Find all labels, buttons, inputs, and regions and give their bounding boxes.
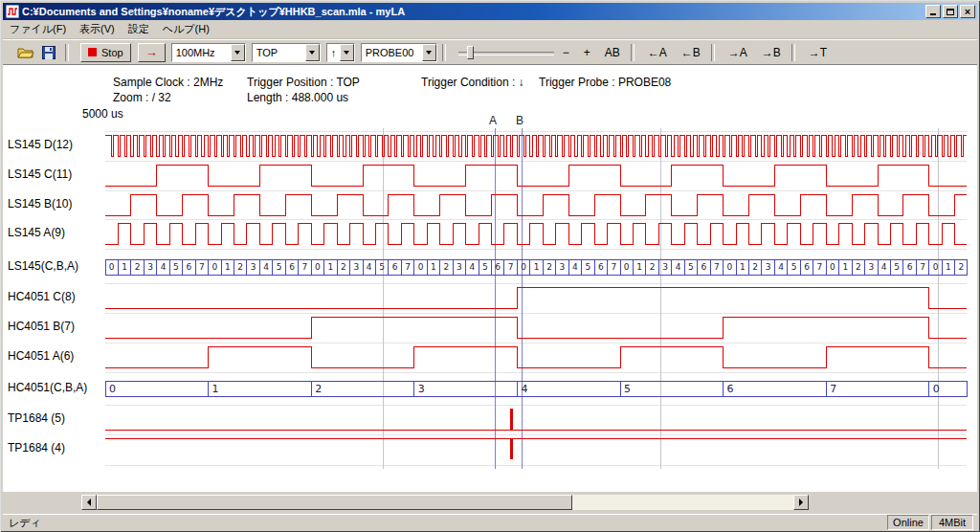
chevron-down-icon[interactable] bbox=[231, 44, 245, 61]
channel-label: LS145(C,B,A) bbox=[8, 259, 78, 273]
scrollbar-track[interactable] bbox=[97, 495, 793, 510]
toolbar-separator bbox=[711, 44, 715, 61]
chevron-down-icon[interactable] bbox=[305, 44, 320, 61]
trigger-condition-label: Trigger Condition : ↓ bbox=[421, 76, 524, 89]
run-button[interactable]: → bbox=[138, 43, 166, 62]
trigger-probe-value: PROBE00 bbox=[362, 44, 422, 61]
menu-settings[interactable]: 設定 bbox=[122, 20, 156, 38]
toolbar-separator bbox=[791, 44, 795, 61]
chevron-down-icon[interactable] bbox=[340, 44, 354, 61]
channel-label: HC4051 B(7) bbox=[8, 320, 75, 333]
marker-b-label[interactable]: B bbox=[516, 114, 523, 127]
menu-bar: ファイル(F) 表示(V) 設定 ヘルプ(H) bbox=[3, 20, 977, 39]
channel-label: HC4051 C(8) bbox=[8, 290, 76, 303]
menu-view[interactable]: 表示(V) bbox=[73, 20, 122, 38]
channel-label: TP1684 (5) bbox=[8, 411, 65, 425]
status-panels: Online 4MBit bbox=[887, 515, 973, 530]
scroll-right-button[interactable] bbox=[793, 495, 809, 510]
horizontal-scrollbar[interactable] bbox=[81, 495, 809, 510]
zoom-slider[interactable] bbox=[458, 43, 554, 62]
open-button[interactable] bbox=[14, 42, 37, 63]
minimize-button[interactable] bbox=[925, 5, 941, 18]
chevron-down-icon[interactable] bbox=[422, 44, 436, 61]
arrow-right-icon bbox=[799, 499, 803, 506]
stop-label: Stop bbox=[101, 47, 123, 58]
zoom-label: Zoom : / 32 bbox=[113, 91, 171, 104]
status-memory: 4MBit bbox=[931, 515, 973, 530]
toolbar: Stop → 100MHz TOP ↑ PROBE00 − + AB ←A ←B bbox=[3, 39, 977, 64]
window-title: C:¥Documents and Settings¥noname¥デスクトップ¥… bbox=[22, 5, 922, 19]
channel-label: HC4051 A(6) bbox=[8, 349, 74, 363]
channel-label: HC4051(C,B,A) bbox=[8, 381, 87, 394]
close-button[interactable]: × bbox=[960, 5, 975, 18]
arrow-left-icon bbox=[87, 499, 91, 506]
slider-thumb[interactable] bbox=[467, 46, 474, 59]
close-icon: × bbox=[965, 7, 970, 16]
toolbar-separator bbox=[442, 44, 446, 61]
toolbar-separator bbox=[65, 44, 69, 61]
sample-clock-label: Sample Clock : 2MHz bbox=[113, 76, 223, 89]
channel-label: LS145 A(9) bbox=[8, 226, 65, 239]
time-scale-label: 5000 us bbox=[82, 107, 123, 121]
sample-clock-select[interactable]: 100MHz bbox=[171, 43, 246, 62]
channel-label: LS145 B(10) bbox=[8, 197, 72, 211]
stop-icon bbox=[88, 48, 97, 56]
open-folder-icon bbox=[17, 46, 34, 59]
trigger-position-value: TOP bbox=[253, 44, 305, 61]
save-button[interactable] bbox=[37, 42, 60, 63]
minimize-icon bbox=[930, 13, 936, 15]
move-a-right-button[interactable]: →A bbox=[723, 43, 753, 62]
marker-a-label[interactable]: A bbox=[489, 114, 497, 127]
trigger-position-select[interactable]: TOP bbox=[252, 43, 321, 62]
zoom-in-button[interactable]: + bbox=[578, 43, 596, 62]
maximize-icon bbox=[947, 9, 954, 15]
menu-help[interactable]: ヘルプ(H) bbox=[156, 20, 216, 38]
move-b-right-button[interactable]: →B bbox=[756, 43, 787, 62]
scroll-left-button[interactable] bbox=[81, 495, 97, 510]
scrollbar-thumb[interactable] bbox=[97, 495, 572, 510]
move-a-left-button[interactable]: ←A bbox=[642, 43, 673, 62]
toolbar-separator bbox=[631, 44, 635, 61]
ab-markers-button[interactable]: AB bbox=[599, 43, 626, 62]
move-b-left-button[interactable]: ←B bbox=[676, 43, 706, 62]
goto-trigger-button[interactable]: →T bbox=[803, 43, 833, 62]
trigger-edge-value: ↑ bbox=[327, 44, 340, 61]
title-bar[interactable]: C:¥Documents and Settings¥noname¥デスクトップ¥… bbox=[3, 3, 977, 20]
app-window: C:¥Documents and Settings¥noname¥デスクトップ¥… bbox=[0, 0, 980, 532]
trigger-probe-label: Trigger Probe : PROBE08 bbox=[539, 76, 671, 89]
length-label: Length : 488.000 us bbox=[247, 91, 348, 104]
stop-button[interactable]: Stop bbox=[80, 43, 131, 62]
channel-label: LS145 D(12) bbox=[8, 138, 73, 151]
zoom-out-button[interactable]: − bbox=[557, 43, 575, 62]
trigger-probe-select[interactable]: PROBE00 bbox=[361, 43, 437, 62]
trigger-position-label: Trigger Position : TOP bbox=[247, 76, 360, 89]
maximize-button[interactable] bbox=[943, 5, 958, 18]
app-icon bbox=[6, 5, 19, 18]
window-controls: × bbox=[925, 5, 975, 18]
floppy-disk-icon bbox=[42, 46, 56, 59]
sample-clock-value: 100MHz bbox=[172, 44, 231, 61]
channel-label: LS145 C(11) bbox=[8, 167, 72, 181]
waveform-area[interactable] bbox=[3, 64, 977, 492]
trigger-edge-select[interactable]: ↑ bbox=[326, 43, 355, 62]
status-ready: レディ bbox=[9, 516, 887, 530]
status-online: Online bbox=[887, 515, 929, 530]
menu-file[interactable]: ファイル(F) bbox=[3, 20, 73, 38]
status-bar: レディ Online 4MBit bbox=[3, 514, 977, 530]
channel-label: TP1684 (4) bbox=[8, 441, 65, 454]
